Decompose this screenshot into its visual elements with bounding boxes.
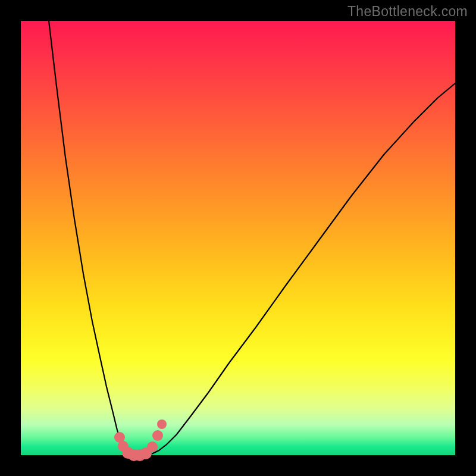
plot-area: [21, 21, 455, 455]
watermark-text: TheBottleneck.com: [347, 4, 468, 20]
highlight-dot: [152, 430, 163, 441]
curve-layer: [21, 21, 455, 455]
curve-left-branch: [49, 21, 130, 455]
highlight-dot: [157, 419, 167, 429]
curve-right-branch: [146, 83, 455, 455]
highlight-dot: [147, 441, 158, 452]
chart-frame: TheBottleneck.com: [0, 0, 476, 476]
highlight-markers: [114, 419, 167, 461]
